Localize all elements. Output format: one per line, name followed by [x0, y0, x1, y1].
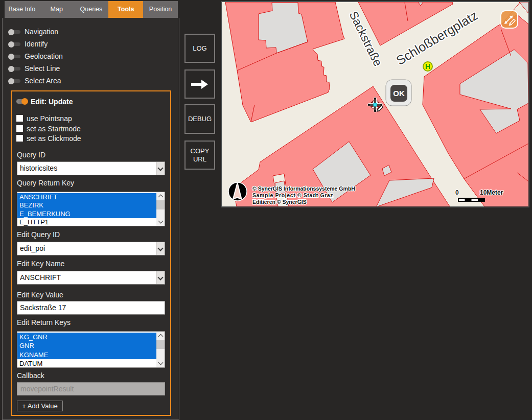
svg-text:Sample Project © Stadt Graz: Sample Project © Stadt Graz: [252, 192, 333, 198]
svg-text:© SynerGIS Informationssysteme: © SynerGIS Informationssysteme GmbH: [252, 185, 355, 192]
svg-text:Editieren © SynerGIS: Editieren © SynerGIS: [252, 199, 307, 205]
svg-text:H: H: [425, 62, 430, 71]
svg-text:10Meter: 10Meter: [480, 189, 503, 196]
svg-text:0: 0: [455, 189, 459, 196]
svg-text:OK: OK: [393, 89, 405, 98]
